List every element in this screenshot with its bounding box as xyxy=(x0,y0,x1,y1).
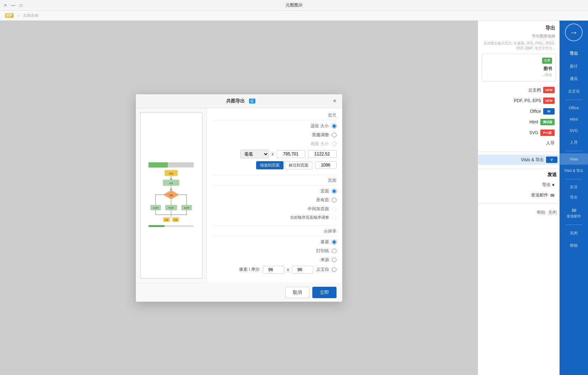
sidebar-item-visio-export[interactable]: Visio & 导出 xyxy=(560,165,588,177)
all-pages-radio[interactable] xyxy=(332,198,337,202)
visio-nav-label: Visio xyxy=(570,157,578,161)
custom-dpi-label: 义宝自 xyxy=(316,266,329,273)
sidebar-top-btn[interactable]: → xyxy=(565,23,583,41)
sidebar-item-cloud[interactable]: 通讯 xyxy=(560,73,588,85)
unit-select[interactable]: 毫毫 像素 xyxy=(240,150,269,158)
sidebar-item-person[interactable]: 人导 xyxy=(560,136,588,149)
print-row: 打印纸 xyxy=(213,248,337,254)
height-input[interactable] xyxy=(277,150,305,158)
panel-divider-3 xyxy=(478,204,560,204)
pdf-eps-item[interactable]: PDF, PS, EPS NEW xyxy=(481,96,557,106)
fit-size-radio[interactable] xyxy=(332,124,337,128)
sidebar-item-send-export[interactable]: 导出 xyxy=(560,191,588,204)
x-dpi-label: x xyxy=(287,267,289,272)
cloud-doc-label: 云文档 xyxy=(528,87,541,93)
size-preset-input[interactable] xyxy=(315,161,337,169)
blue-sidebar: → 导出 新讨 通讯 云文论 Office Html SVG 人导 Visio xyxy=(560,21,588,375)
free-badge: 免费 xyxy=(542,58,552,64)
screen-label: 幕幂 xyxy=(321,239,329,245)
all-pages-row: 所有页 xyxy=(213,197,337,203)
all-pages-label: 所有页 xyxy=(316,197,329,203)
width-input[interactable] xyxy=(308,150,337,158)
screen-radio[interactable] xyxy=(332,240,337,244)
export-direct-label: 导出 ● xyxy=(542,182,555,188)
svg-badge: Pro版 xyxy=(540,130,555,136)
cloud-nav-label: 通讯 xyxy=(570,76,578,81)
svg-label: SVG xyxy=(529,130,538,135)
preview-diagram: 开始 处理 xyxy=(143,160,200,231)
html-item[interactable]: Html 测试版 xyxy=(481,117,557,127)
image-export-card[interactable]: 免费 图书 ...导出 xyxy=(482,54,556,81)
zoom-mark-btn[interactable]: 标注到页面 xyxy=(285,161,312,169)
adjust-row: 黑魔调整 xyxy=(213,132,337,138)
canvas-area[interactable]: 共图导出 C × xyxy=(0,21,478,375)
sidebar-item-svg[interactable]: SVG xyxy=(560,125,588,136)
pdf-eps-label: PDF, PS, EPS xyxy=(514,98,541,103)
help-btn[interactable]: 帮助 xyxy=(537,210,545,216)
send-section-title: 发送 xyxy=(481,171,557,178)
html-badge: 测试版 xyxy=(540,119,555,125)
html-nav-label: Html xyxy=(570,117,578,121)
person-export-label: 人导 xyxy=(546,140,555,146)
mid-pages-radio[interactable] xyxy=(332,207,337,211)
visio-badge: V xyxy=(546,157,557,163)
current-page-radio[interactable] xyxy=(332,189,337,194)
print-radio[interactable] xyxy=(332,249,337,253)
canvas-size-row: 画面 大小 xyxy=(213,141,337,147)
sidebar-item-cloud2[interactable]: 云文论 xyxy=(560,85,588,97)
adjust-radio[interactable] xyxy=(332,133,337,137)
email-row[interactable]: 发送邮件 ✉ xyxy=(481,190,557,200)
dialog-overlay: 共图导出 C × xyxy=(0,21,478,375)
close-panel-btn[interactable]: 关闭 xyxy=(548,210,557,216)
vip-badge[interactable]: VIP xyxy=(3,13,16,18)
panel-divider-2 xyxy=(478,168,560,169)
office-badge: W xyxy=(543,108,555,115)
sidebar-item-email[interactable]: ✉ 发送邮件 xyxy=(560,204,588,222)
print-label: 打印纸 xyxy=(316,248,329,254)
sidebar-item-html[interactable]: Html xyxy=(560,113,588,125)
export-nav-label: 导出 xyxy=(570,51,578,57)
window-controls: × — □ xyxy=(3,3,23,8)
zoom-fit-btn[interactable]: 缩放到页面 xyxy=(256,161,284,169)
sidebar-item-close[interactable]: 关闭 xyxy=(560,227,588,239)
svg-item[interactable]: SVG Pro版 xyxy=(481,128,557,138)
sidebar-item-export[interactable]: 导出 xyxy=(560,47,588,60)
export-btn-row[interactable]: 导出 ● xyxy=(481,180,557,190)
sidebar-item-help[interactable]: 帮助 xyxy=(560,239,588,252)
sidebar-item-office[interactable]: Office xyxy=(560,102,588,113)
max-btn[interactable]: □ xyxy=(18,3,23,8)
height-dpi-input[interactable] xyxy=(263,266,284,274)
fit-size-label: 适应 大小 xyxy=(311,123,329,129)
sidebar-divider-4 xyxy=(565,225,582,225)
visio-item[interactable]: Visio & 导出 V xyxy=(478,155,560,165)
zoom-tabs-row: 缩放到页面 标注到页面 xyxy=(213,161,337,169)
cancel-button[interactable]: 取消 xyxy=(285,287,309,298)
panel-divider-1 xyxy=(478,152,560,152)
dialog-body: 开始 处理 xyxy=(136,108,342,283)
sidebar-item-share[interactable]: 新讨 xyxy=(560,60,588,73)
image-export-sub: ...导出 xyxy=(542,73,552,78)
custom-dpi-radio[interactable] xyxy=(332,267,337,272)
sidebar-item-visio[interactable]: Visio xyxy=(560,153,588,165)
svg-text:左处理: 左处理 xyxy=(153,207,158,209)
width-dpi-input[interactable] xyxy=(292,266,313,274)
close-btn[interactable]: × xyxy=(3,3,8,8)
order-pages-radio[interactable] xyxy=(332,215,337,220)
person-export-item[interactable]: 人导 xyxy=(481,138,557,148)
export-button[interactable]: 立即 xyxy=(312,287,337,298)
page-options-section: 页面 页面 所有页 中间加页面 xyxy=(213,178,337,220)
dialog-close-btn[interactable]: × xyxy=(333,98,336,104)
cloud-doc-item[interactable]: 云文档 NEW xyxy=(481,85,557,95)
cloud2-nav-label: 云文论 xyxy=(568,89,580,94)
canvas-size-radio[interactable] xyxy=(332,142,337,146)
image-export-title: 图书 xyxy=(544,66,552,72)
svg-text:结束: 结束 xyxy=(165,219,168,221)
min-btn[interactable]: — xyxy=(11,3,16,8)
cloud-doc-badge: NEW xyxy=(543,87,555,93)
svg-text:右处理: 右处理 xyxy=(184,207,189,209)
source-radio[interactable] xyxy=(332,258,337,262)
office-item[interactable]: Office W xyxy=(481,106,557,116)
panel-footer: 帮助 关闭 xyxy=(478,207,560,218)
export-dialog: 共图导出 C × xyxy=(136,94,342,302)
order-pages-label: 当前顺序页面顺序调整 xyxy=(290,215,329,220)
